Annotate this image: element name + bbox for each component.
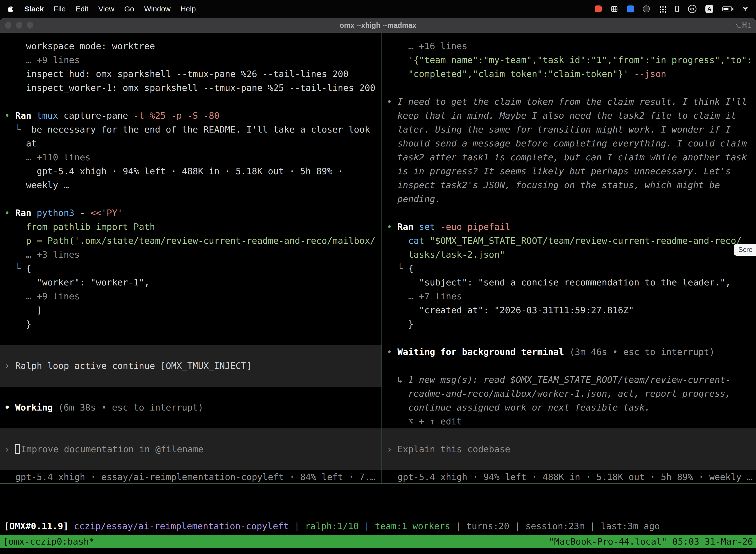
terminal-line: gpt-5.4 xhigh · 94% left · 488K in · 5.1…	[0, 164, 381, 178]
text-segment: team:1 workers	[375, 521, 450, 531]
text-segment: Waiting for background terminal	[397, 347, 569, 357]
text-segment: workspace_mode: worktree	[4, 41, 155, 51]
text-segment: "worker": "worker-1",	[4, 277, 149, 287]
terminal-line: … +9 lines	[0, 53, 381, 67]
terminal-line: pending.	[382, 192, 756, 206]
text-segment: ↳	[387, 375, 408, 385]
text-segment: gpt-5.4 xhigh · 94% left · 488K in · 5.1…	[4, 166, 343, 176]
terminal-line: weekly …	[0, 178, 381, 192]
text-segment: "subject": "send a concise recommendatio…	[387, 277, 731, 287]
text-segment: be necessary for the end of the README. …	[31, 124, 370, 134]
input-source-icon[interactable]: A	[705, 5, 713, 13]
terminal-line: └ {	[0, 262, 381, 276]
terminal-line: • Ran tmux capture-pane -t %25 -p -S -80	[0, 109, 381, 123]
terminal-line	[382, 359, 756, 373]
text-segment: 1 new msg(s): read $OMX_TEAM_STATE_ROOT/…	[408, 375, 731, 385]
text-segment: gpt-5.4 xhigh · 94% left · 488K in · 5.1…	[387, 472, 752, 482]
text-segment: -euo pipefail	[441, 222, 510, 232]
zoom-button[interactable]	[27, 22, 33, 29]
wifi-icon[interactable]	[741, 6, 750, 12]
ralph-loop-banner: › Ralph loop active continue [OMX_TMUX_I…	[0, 345, 381, 387]
text-segment: └	[387, 263, 408, 274]
menu-item-window[interactable]: Window	[144, 5, 171, 13]
text-segment: "$OMX_TEAM_STATE_ROOT/team/review-curren…	[430, 235, 741, 246]
terminal-line: inspect_worker-1: omx sparkshell --tmux-…	[0, 81, 381, 95]
text-segment: ›	[4, 444, 15, 454]
dark-app-icon[interactable]	[643, 5, 650, 12]
text-segment: ralph:1/10	[305, 521, 359, 531]
terminal-line: tasks/task-2.json"	[382, 248, 756, 262]
text-segment: •	[4, 110, 15, 121]
screen-recording-indicator-icon[interactable]	[595, 5, 602, 12]
menu-item-file[interactable]: File	[54, 5, 65, 13]
text-segment: … +7 lines	[387, 291, 462, 301]
apple-menu[interactable]	[6, 5, 14, 13]
text-segment: inspect task2's JSON, focusing on the st…	[387, 180, 720, 190]
text-segment: "created_at": "2026-03-31T11:59:27.816Z"	[387, 305, 634, 315]
text-segment: tmux	[37, 110, 63, 121]
dots-grid-icon[interactable]	[659, 5, 666, 13]
terminal-line: inspect_hud: omx sparkshell --tmux-pane …	[0, 67, 381, 81]
window-shortcut-hint: ⌥⌘1	[734, 21, 752, 29]
text-segment: "completed","claim_token":"claim-token"}…	[387, 69, 634, 79]
terminal-line: "subject": "send a concise recommendatio…	[382, 276, 756, 289]
text-segment: … +110 lines	[4, 152, 90, 162]
omx-status-pane: [OMX#0.11.9] cczip/essay/ai-reimplementa…	[0, 484, 756, 535]
text-segment: … +9 lines	[4, 55, 80, 65]
terminal-line: gpt-5.4 xhigh · 94% left · 488K in · 5.1…	[382, 470, 756, 483]
grid-app-icon[interactable]	[611, 5, 618, 13]
terminal-line: ⌥ + ↑ edit	[382, 414, 756, 428]
text-segment: <<'PY'	[90, 208, 123, 218]
right-terminal-pane[interactable]: … +16 lines '{"team_name":"my-team","tas…	[382, 33, 756, 483]
text-segment: … +16 lines	[387, 41, 467, 51]
text-segment: Ran	[15, 110, 37, 121]
left-terminal-pane[interactable]: workspace_mode: worktree … +9 lines insp…	[0, 33, 381, 483]
composer-input[interactable]: › Improve documentation in @filename	[0, 428, 381, 470]
text-segment: … +3 lines	[4, 250, 80, 260]
menu-item-edit[interactable]: Edit	[76, 5, 88, 13]
text-segment: should send a message before completing …	[387, 138, 747, 149]
text-segment: •	[387, 222, 397, 232]
text-segment: … +9 lines	[4, 291, 80, 301]
screen-edge-tooltip: Scre	[734, 244, 756, 256]
terminal-line: … +9 lines	[0, 289, 381, 303]
menu-items: FileEditViewGoWindowHelp	[54, 5, 196, 13]
menu-item-help[interactable]: Help	[181, 5, 196, 13]
menu-item-view[interactable]: View	[98, 5, 114, 13]
omx-status-line: [OMX#0.11.9] cczip/essay/ai-reimplementa…	[4, 519, 756, 533]
terminal-line: }	[0, 317, 381, 331]
text-segment: I need to get the claim token from the c…	[397, 97, 747, 107]
terminal-line	[382, 81, 756, 95]
text-segment: readme-and-reco/mailbox/worker-1.json, a…	[387, 388, 731, 399]
blue-app-icon[interactable]	[627, 5, 634, 12]
text-segment: Working	[15, 402, 58, 412]
terminal-line: continue assigned work or next feasible …	[382, 401, 756, 414]
terminal-line	[0, 192, 381, 206]
composer-suggestion[interactable]: › Explain this codebase	[382, 428, 756, 470]
close-button[interactable]	[5, 22, 11, 29]
text-segment: inspect_worker-1: omx sparkshell --tmux-…	[4, 82, 376, 93]
apple-logo-icon	[6, 5, 14, 13]
tmux-session-label[interactable]: [omx-cczip0:bash*	[3, 536, 94, 547]
text-segment: set	[419, 222, 441, 232]
text-segment: {	[26, 263, 32, 274]
text-segment: ⌥ + ↑ edit	[387, 416, 462, 427]
battery-icon[interactable]	[722, 6, 732, 11]
app-menu-title[interactable]: Slack	[24, 5, 44, 13]
text-segment: ›	[387, 444, 397, 454]
terminal-line: cat "$OMX_TEAM_STATE_ROOT/team/review-cu…	[382, 234, 756, 248]
minimize-button[interactable]	[16, 22, 22, 29]
text-segment: |	[585, 521, 601, 531]
text-segment: cczip/essay/ai-reimplementation-copyleft	[74, 521, 289, 531]
text-segment: at	[4, 138, 37, 149]
text-segment: Ralph loop active continue [OMX_TMUX_INJ…	[15, 361, 252, 371]
battery-percentage-ring-icon[interactable]: 61	[688, 5, 696, 13]
menu-item-go[interactable]: Go	[124, 5, 134, 13]
terminal-line	[0, 95, 381, 109]
small-app-icon[interactable]	[675, 6, 679, 12]
terminal-line: '{"team_name":"my-team","task_id":"1","f…	[382, 53, 756, 67]
terminal-line: "worker": "worker-1",	[0, 276, 381, 289]
terminal-line: }	[382, 317, 756, 331]
terminal-line	[382, 206, 756, 220]
terminal-line	[0, 414, 381, 428]
